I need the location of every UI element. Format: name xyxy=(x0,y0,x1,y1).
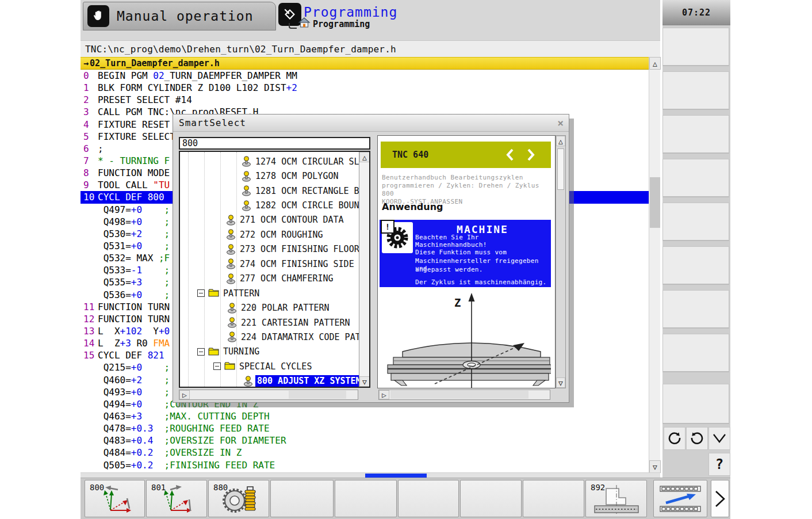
tree-item-label: SPECIAL CYCLES xyxy=(238,361,313,372)
main-vertical-scrollbar[interactable]: △ ▽ xyxy=(649,57,660,473)
manual-tab-label: Manual operation xyxy=(117,9,254,24)
scrollbar-thumb[interactable] xyxy=(650,177,660,228)
close-icon[interactable]: × xyxy=(557,117,564,129)
cycle-search-input[interactable]: 800 xyxy=(179,137,370,150)
tree-item[interactable]: 224 DATAMATRIX CODE PAT xyxy=(180,330,359,344)
tree-item[interactable]: 1282 OCM CIRCLE BOUN xyxy=(180,198,359,212)
softkey-empty[interactable] xyxy=(662,334,729,372)
line-number: 13 xyxy=(81,326,98,337)
scrollbar-thumb[interactable] xyxy=(289,391,346,399)
tree-item[interactable]: 272 OCM ROUGHING xyxy=(180,227,359,242)
right-softkey-column: 07:22 ? xyxy=(662,0,730,478)
tree-item[interactable]: 800 ADJUST XZ SYSTEM xyxy=(180,374,359,388)
tree-item[interactable]: 221 CARTESIAN PATTERN xyxy=(180,315,359,330)
help-panel: TNC 640 Benutzerhandbuch Bearbeitungszyk… xyxy=(377,135,556,388)
softkey-empty[interactable] xyxy=(662,159,729,197)
help-heading: Anwendung xyxy=(382,201,443,212)
machine-text: Beachten Sie Ihr Maschinenhandbuch! xyxy=(415,234,549,249)
code-line[interactable]: 1BLK FORM CYLINDER Z D100 L102 DIST+2 xyxy=(81,82,649,94)
tree-item[interactable]: 1274 OCM CIRCULAR SL xyxy=(180,154,359,169)
scroll-down-icon[interactable]: ▽ xyxy=(359,376,370,387)
softkey-empty[interactable] xyxy=(335,480,397,517)
softkey-empty[interactable] xyxy=(662,384,729,424)
tree-item[interactable]: 274 OCM FINISHING SIDE xyxy=(180,257,359,271)
softkey-empty[interactable] xyxy=(662,115,729,154)
cycle-icon xyxy=(242,200,251,211)
line-number: 15 xyxy=(81,350,98,361)
softkey-empty[interactable] xyxy=(662,290,729,329)
tree-folder[interactable]: SPECIAL CYCLES xyxy=(180,359,359,373)
tree-folder[interactable]: PATTERN xyxy=(180,286,359,300)
tree-item[interactable]: 220 POLAR PATTERN xyxy=(180,300,359,315)
code-line[interactable]: Q505=+0.2 ;FINISHING FEED RATE xyxy=(81,459,649,471)
softkey-800[interactable]: 800 xyxy=(85,480,145,517)
next-softkey-row-button[interactable] xyxy=(711,480,729,517)
dialog-title: SmartSelect xyxy=(179,117,246,128)
programming-tab-label[interactable]: Programming xyxy=(304,5,397,20)
scroll-up-icon[interactable]: △ xyxy=(649,57,661,70)
help-product-header: TNC 640 xyxy=(381,142,551,168)
code-line[interactable]: 0BEGIN PGM 02_TURN_DAEMPFER_DAMPER MM xyxy=(81,70,649,82)
programming-sub-label: Programming xyxy=(313,19,370,29)
softkey-empty[interactable] xyxy=(398,480,459,517)
code-line[interactable]: 2PRESET SELECT #14 xyxy=(81,94,649,106)
softkey-empty[interactable] xyxy=(662,28,729,66)
scroll-down-icon[interactable]: ▽ xyxy=(556,377,565,388)
chevron-down-button[interactable] xyxy=(708,427,730,450)
line-number: 4 xyxy=(81,119,98,130)
tree-item[interactable]: 1278 OCM POLYGON xyxy=(180,169,359,183)
softkey-880[interactable]: 880 xyxy=(208,480,269,517)
file-path: TNC:\nc_prog\demo\Drehen_turn\02_Turn_Da… xyxy=(81,41,660,57)
help-vertical-scrollbar[interactable]: △ ▽ xyxy=(556,135,566,388)
tree-item-label: TURNING xyxy=(221,346,261,357)
softkey-empty[interactable] xyxy=(662,246,729,285)
dialog-titlebar[interactable]: SmartSelect × xyxy=(173,115,569,132)
scrollbar-thumb[interactable] xyxy=(390,391,528,399)
z-axis-label: Z xyxy=(454,296,461,309)
tree-item[interactable]: 271 OCM CONTOUR DATA xyxy=(180,213,359,227)
collapse-icon[interactable] xyxy=(197,289,205,297)
scroll-up-icon[interactable]: △ xyxy=(359,152,370,162)
code-line[interactable]: Q478=+0.3 ;ROUGHING FEED RATE xyxy=(81,422,649,434)
rotate-ccw-button[interactable] xyxy=(664,427,685,450)
code-line[interactable]: Q463=+3 ;MAX. CUTTING DEPTH xyxy=(81,410,649,422)
tree-item[interactable]: 277 OCM CHAMFERING xyxy=(180,272,359,286)
softkey-empty[interactable] xyxy=(662,71,729,110)
scroll-down-icon[interactable]: ▽ xyxy=(649,460,661,473)
line-number: 6 xyxy=(81,143,98,154)
tree-item-label: 1282 OCM CIRCLE BOUN xyxy=(254,200,361,211)
softkey-empty[interactable] xyxy=(523,480,584,517)
softkey-801[interactable]: 801 xyxy=(146,480,207,517)
tree-item[interactable]: 273 OCM FINISHING FLOOR xyxy=(180,242,359,257)
product-name: TNC 640 xyxy=(392,150,428,160)
code-line[interactable]: Q483=+0.4 ;OVERSIZE FOR DIAMETER xyxy=(81,434,649,447)
chevron-left-icon[interactable] xyxy=(505,147,515,162)
collapse-icon[interactable] xyxy=(197,348,205,356)
scrollbar-thumb[interactable] xyxy=(557,148,564,190)
tree-connector xyxy=(289,23,297,29)
scroll-right-icon[interactable]: ▷ xyxy=(179,390,190,399)
cycle-icon xyxy=(242,156,251,167)
softkey-empty[interactable] xyxy=(460,480,522,517)
tree-horizontal-scrollbar[interactable]: ◁ ▷ xyxy=(179,390,358,400)
tab-manual-operation[interactable]: Manual operation xyxy=(83,2,276,30)
help-horizontal-scrollbar[interactable]: ◁ ▷ xyxy=(378,390,550,400)
tree-vertical-scrollbar[interactable]: △ ▽ xyxy=(359,152,369,387)
tnc-screen: Manual operation Programming Programming… xyxy=(81,0,730,519)
collapse-icon[interactable] xyxy=(213,362,221,370)
scroll-up-icon[interactable]: △ xyxy=(556,136,565,146)
code-line[interactable]: Q484=+0.2 ;OVERSIZE IN Z xyxy=(81,447,649,459)
softkey-empty[interactable] xyxy=(662,203,729,241)
tree-item-label: 221 CARTESIAN PATTERN xyxy=(239,317,352,329)
softkey-row-switch[interactable] xyxy=(653,480,707,517)
help-button[interactable]: ? xyxy=(708,453,730,476)
tree-folder[interactable]: TURNING xyxy=(180,345,359,359)
rotate-cw-button[interactable] xyxy=(686,427,708,450)
cycle-icon xyxy=(227,331,237,342)
tree-item[interactable]: 1281 OCM RECTANGLE B xyxy=(180,184,359,198)
scroll-right-icon[interactable]: ▷ xyxy=(379,390,389,399)
chevron-right-icon[interactable] xyxy=(526,147,536,162)
softkey-892[interactable]: 892 xyxy=(585,480,647,517)
cycle-icon xyxy=(227,303,237,314)
softkey-empty[interactable] xyxy=(270,480,334,517)
